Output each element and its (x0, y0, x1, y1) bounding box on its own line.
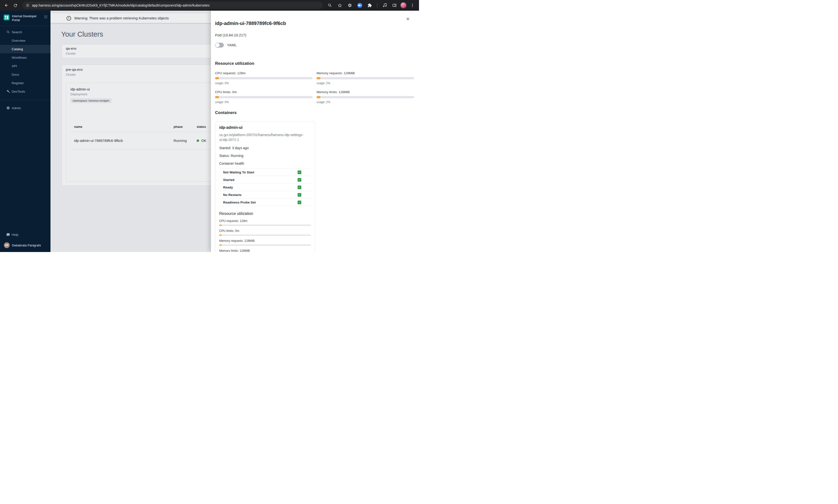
progress-bar (317, 96, 414, 98)
url-bar[interactable]: app.harness.io/ng/account/vpCkHKsDSxK9_K… (22, 2, 323, 9)
gear-icon (348, 3, 352, 7)
profile-avatar[interactable] (400, 2, 407, 8)
container-metric-cpu-limits: CPU limits: 0m (219, 229, 311, 236)
extension-settings-button[interactable] (346, 1, 354, 10)
status-label: OK (201, 139, 206, 143)
check-icon: ✓ (298, 178, 301, 182)
search-icon (328, 3, 332, 7)
sidebar-item-label: Register (12, 81, 24, 85)
metric-cpu-limits: CPU limits: 0m usage: 0% (215, 90, 313, 104)
health-row: No Restarts ✓ (219, 191, 311, 199)
drawer-title: idp-admin-ui-7889789fc6-9f6cb (215, 21, 414, 26)
sidebar: Internal Developer Portal Search Overvie… (0, 11, 51, 252)
container-metric-memory-limits: Memory limits: 128MiB (219, 249, 311, 252)
reload-button[interactable] (11, 1, 19, 10)
sidebar-bottom: Help DP Debabrata Panigrahi (0, 230, 51, 252)
portal-title: Internal Developer Portal (12, 14, 42, 22)
idp-logo-icon (3, 14, 10, 21)
search-icon (6, 30, 10, 34)
progress-bar (215, 96, 313, 98)
sidebar-item-help[interactable]: Help (0, 230, 51, 239)
containers-heading: Containers (215, 110, 414, 115)
progress-fill (219, 224, 222, 226)
browser-menu-button[interactable] (408, 1, 417, 10)
container-metric-memory-requests: Memory requests: 128MiB (219, 239, 311, 246)
resource-metrics: CPU requests: 128m usage: 0% Memory requ… (215, 71, 414, 104)
browser-toolbar-icons (326, 1, 417, 10)
container-card: idp-admin-ui us.gcr.io/platform-205701/h… (215, 122, 315, 252)
url-text: app.harness.io/ng/account/vpCkHKsDSxK9_K… (32, 3, 210, 7)
progress-fill (215, 96, 219, 98)
container-name: idp-admin-ui (219, 125, 311, 130)
container-health-list: Not Waiting To Start ✓ Started ✓ Ready ✓… (219, 168, 311, 206)
sidebar-item-label: Workflows (12, 56, 27, 59)
health-row: Ready ✓ (219, 184, 311, 191)
sidebar-item-api[interactable]: API (0, 62, 51, 70)
sidebar-item-label: DevTools (12, 90, 25, 93)
container-resource-heading: Resource utilization (219, 212, 311, 216)
sidebar-item-docs[interactable]: Docs (0, 70, 51, 79)
reload-icon (13, 3, 18, 8)
pod-details-drawer: idp-admin-ui-7889789fc6-9f6cb × Pod (10.… (211, 11, 419, 252)
toggle-knob (215, 43, 220, 47)
check-icon: ✓ (298, 170, 301, 174)
side-panel-button[interactable] (390, 1, 399, 10)
progress-fill (215, 77, 219, 79)
help-chat-icon (6, 233, 10, 236)
toolbar-divider (377, 3, 377, 7)
zoom-extension-button[interactable] (356, 1, 364, 10)
sidebar-header: Internal Developer Portal (0, 11, 51, 25)
user-menu[interactable]: DP Debabrata Panigrahi (0, 239, 51, 249)
pod-subtitle: Pod (10.64.10.217) (215, 33, 414, 37)
progress-bar (219, 224, 311, 226)
extensions-puzzle-icon (368, 3, 372, 7)
bookmark-button[interactable] (336, 1, 344, 10)
sidebar-item-overview[interactable]: Overview (0, 36, 51, 45)
sidebar-item-search[interactable]: Search (0, 28, 51, 36)
progress-fill (219, 235, 222, 236)
check-icon: ✓ (298, 185, 301, 189)
metric-memory-requests: Memory requests: 128MiB usage: 2% (317, 71, 414, 85)
close-icon[interactable]: × (404, 15, 412, 23)
check-icon: ✓ (298, 201, 301, 204)
container-status: Status: Running (219, 154, 311, 158)
progress-fill (317, 96, 320, 98)
help-label: Help (12, 233, 18, 236)
yaml-toggle[interactable] (215, 43, 224, 48)
namespace-chip: namespace: harness-nextgen (70, 98, 112, 103)
media-controls-button[interactable] (380, 1, 389, 10)
wrench-icon (6, 90, 10, 93)
progress-bar (317, 77, 414, 79)
metric-cpu-requests: CPU requests: 128m usage: 0% (215, 71, 313, 85)
site-info-icon[interactable] (26, 3, 30, 7)
back-button[interactable] (2, 1, 11, 10)
sidebar-item-label: Docs (12, 73, 19, 76)
search-button[interactable] (326, 1, 334, 10)
back-arrow-icon (4, 3, 9, 8)
sidebar-item-devtools[interactable]: DevTools (0, 87, 51, 96)
progress-fill (317, 77, 320, 79)
yaml-toggle-label: YAML (227, 43, 237, 47)
health-row: Not Waiting To Start ✓ (219, 168, 311, 176)
sidebar-item-workflows[interactable]: Workflows (0, 53, 51, 62)
user-avatar: DP (4, 242, 10, 248)
pod-phase: Running (174, 139, 197, 143)
sidebar-item-admin[interactable]: Admin (0, 104, 51, 112)
health-row: Started ✓ (219, 176, 311, 184)
extensions-button[interactable] (366, 1, 374, 10)
sidebar-item-catalog[interactable]: Catalog (0, 45, 51, 53)
progress-fill (219, 245, 222, 246)
browser-chrome: app.harness.io/ng/account/vpCkHKsDSxK9_K… (0, 0, 419, 11)
sidebar-item-label: Overview (12, 39, 25, 42)
bookmark-star-icon (338, 3, 342, 7)
container-metric-cpu-requests: CPU requests: 128m (219, 219, 311, 226)
sidebar-item-label: API (12, 64, 17, 68)
side-panel-icon (392, 3, 397, 7)
metric-memory-limits: Memory limits: 128MiB usage: 2% (317, 90, 414, 104)
apps-grid-icon[interactable] (44, 15, 48, 19)
status-ok-dot (197, 140, 199, 142)
zoom-extension-icon (357, 3, 363, 8)
column-header-name: name (74, 125, 174, 128)
sidebar-item-register[interactable]: Register (0, 79, 51, 87)
kebab-menu-icon (410, 3, 415, 7)
